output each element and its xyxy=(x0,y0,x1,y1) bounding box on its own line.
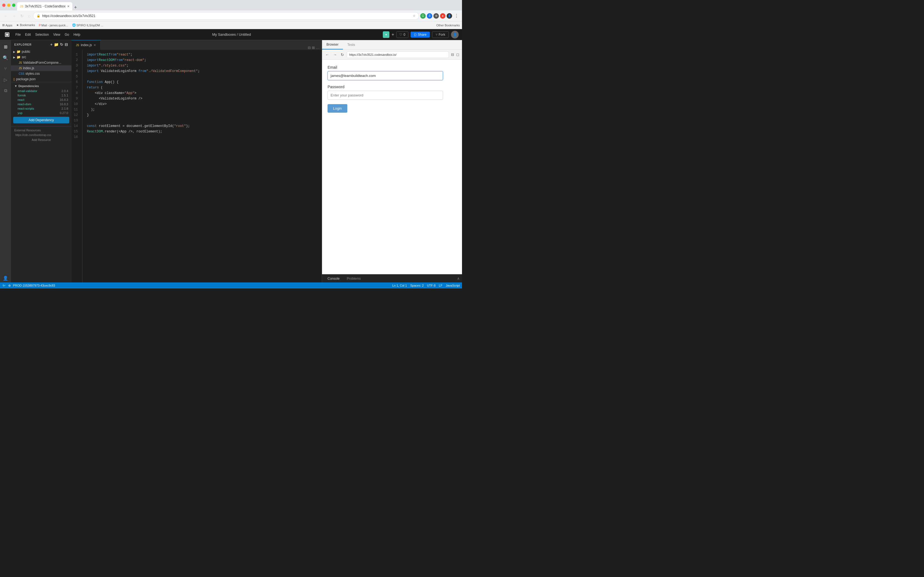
line-number: 4 xyxy=(71,68,80,74)
new-folder-icon[interactable]: 📁 xyxy=(54,42,59,47)
menu-file[interactable]: File xyxy=(15,33,21,37)
package-json-file[interactable]: {} package.json xyxy=(11,76,71,82)
index-js-file[interactable]: JS index.js xyxy=(11,65,71,71)
bookmarks-icon: ★ xyxy=(16,23,19,27)
editor-tab-close-icon[interactable]: ✕ xyxy=(94,44,96,47)
code-line: ReactDOM.render(<App />, rootElement); xyxy=(87,129,322,134)
panel-refresh-button[interactable]: ↻ xyxy=(339,52,345,57)
panel-open-button[interactable]: ◻ xyxy=(456,52,460,57)
dependencies-header[interactable]: ▼ Dependencies xyxy=(11,83,71,89)
dependency-item[interactable]: email-validator2.0.4 xyxy=(11,89,71,93)
menu-view[interactable]: View xyxy=(53,33,60,37)
line-number: 1 xyxy=(71,52,80,57)
activity-debug[interactable]: ▷ xyxy=(1,75,10,84)
spiro-bookmark[interactable]: 🌐 SPIRO ILS/spDM ... xyxy=(72,23,103,27)
split-editor-icon[interactable]: ⊟ xyxy=(308,46,311,50)
panel-address-bar[interactable]: https://3x7vlv3521.codesandbox.io/ xyxy=(347,52,449,58)
styles-css-file[interactable]: CSS styles.css xyxy=(11,71,71,76)
line-number: 10 xyxy=(71,102,80,107)
status-github-icon[interactable]: ⊛ xyxy=(8,284,11,287)
public-folder-item[interactable]: ▶ 📁 public xyxy=(11,49,71,55)
activity-source-control[interactable]: ⑂ xyxy=(1,64,10,73)
panel-copy-button[interactable]: ⊟ xyxy=(451,52,455,57)
browser-tab[interactable]: Browser xyxy=(322,40,343,50)
status-twitter-icon[interactable]: 🐦 xyxy=(2,284,6,287)
new-file-icon[interactable]: + xyxy=(50,42,53,47)
csb-header: File Edit Selection View Go Help My Sand… xyxy=(0,29,462,40)
dep-version: 1.5.1 xyxy=(61,94,68,97)
activity-account[interactable]: 👤 xyxy=(1,274,10,282)
activity-search[interactable]: 🔍 xyxy=(1,53,10,62)
public-folder-label: public xyxy=(22,50,30,53)
layout-icon[interactable]: ⊞ xyxy=(312,46,315,50)
deps-chevron-icon: ▼ xyxy=(14,84,17,88)
sidebar: EXPLORER + 📁 ↻ ⊟ ▶ 📁 public ▶ 📁 xyxy=(11,40,71,282)
refresh-button[interactable]: ↻ xyxy=(19,13,25,19)
status-bar: 🐦 ⊛ PROD-1553897973-43cec9c83 Ln 1, Col … xyxy=(0,282,462,288)
editor-main: ⊞ 🔍 ⑂ ▷ ⧉ 👤 EXPLORER + 📁 ↻ ⊟ ▶ xyxy=(0,40,462,282)
add-resource-button[interactable]: Add Resource xyxy=(11,137,71,143)
more-options-icon[interactable]: ⋮ xyxy=(453,13,460,18)
mail-bookmark[interactable]: P Mail - james.quick... xyxy=(39,24,68,27)
bottom-panel-tabs: Console Problems ∧ xyxy=(322,274,462,282)
tests-tab[interactable]: Tests xyxy=(343,40,359,50)
close-traffic-light[interactable] xyxy=(2,3,5,7)
src-folder-item[interactable]: ▶ 📁 src xyxy=(11,55,71,60)
bookmarks-folder[interactable]: ★ Bookmarks xyxy=(16,23,35,27)
address-bar[interactable]: 🔒 https://codesandbox.io/s/3x7vlv3521 ☆ xyxy=(33,12,419,20)
add-dependency-button[interactable]: Add Dependency xyxy=(13,117,69,123)
panel-collapse-icon[interactable]: ∧ xyxy=(457,276,460,280)
like-button[interactable]: ♡ 0 xyxy=(396,31,409,38)
validated-form-file[interactable]: JS ValidatedFormCompone... xyxy=(11,60,71,65)
panel-back-button[interactable]: ← xyxy=(324,52,330,57)
dep-version: 2.1.8 xyxy=(61,107,68,110)
user-avatar[interactable]: 👤 xyxy=(451,31,459,39)
dependency-item[interactable]: yup0.27.0 xyxy=(11,111,71,115)
activity-extensions[interactable]: ⧉ xyxy=(1,86,10,95)
fork-button[interactable]: ⑂ Fork xyxy=(432,31,449,38)
back-button[interactable]: ← xyxy=(2,13,9,19)
activity-explorer[interactable]: ⊞ xyxy=(1,42,10,51)
tab-close-icon[interactable]: ✕ xyxy=(67,5,69,8)
profile-icon[interactable]: 👤 xyxy=(447,13,452,19)
csb-add-button[interactable]: + xyxy=(392,32,394,37)
home-button[interactable]: ⌂ xyxy=(26,13,32,19)
editor-tab-index-js[interactable]: JS index.js ✕ xyxy=(71,40,101,50)
password-input[interactable] xyxy=(328,91,443,100)
dep-name: react-scripts xyxy=(18,107,34,110)
new-tab-button[interactable]: + xyxy=(72,5,79,10)
menu-edit[interactable]: Edit xyxy=(25,33,31,37)
code-line xyxy=(87,134,322,140)
email-input[interactable] xyxy=(328,71,443,80)
refresh-explorer-icon[interactable]: ↻ xyxy=(60,42,63,47)
line-number: 15 xyxy=(71,129,80,134)
preview-content: Email Password Login xyxy=(322,60,462,274)
collapse-icon[interactable]: ⊟ xyxy=(65,42,68,47)
codesandbox-logo-icon xyxy=(5,32,10,37)
share-icon: ⟨⟩ xyxy=(414,33,417,37)
panel-forward-button[interactable]: → xyxy=(332,52,338,57)
dependency-item[interactable]: react-scripts2.1.8 xyxy=(11,106,71,111)
login-button[interactable]: Login xyxy=(328,104,347,113)
menu-help[interactable]: Help xyxy=(73,33,80,37)
apps-bookmark[interactable]: ⊞ Apps xyxy=(2,23,12,27)
dep-name: react-dom xyxy=(18,103,31,106)
console-tab[interactable]: Console xyxy=(324,274,343,282)
dependency-item[interactable]: react-dom16.8.3 xyxy=(11,102,71,106)
deps-label: Dependencies xyxy=(18,84,39,88)
active-tab[interactable]: JS 3x7vlv3521 - CodeSandbox ✕ xyxy=(17,2,72,10)
other-bookmarks[interactable]: Other Bookmarks xyxy=(436,24,460,27)
problems-tab[interactable]: Problems xyxy=(344,274,364,282)
panel-collapse: ∧ xyxy=(457,276,460,280)
maximize-traffic-light[interactable] xyxy=(12,3,15,7)
js-file-icon: JS xyxy=(20,5,23,8)
minimize-traffic-light[interactable] xyxy=(7,3,10,7)
forward-button[interactable]: → xyxy=(10,13,18,19)
menu-go[interactable]: Go xyxy=(65,33,69,37)
menu-selection[interactable]: Selection xyxy=(35,33,48,37)
more-actions-icon[interactable]: … xyxy=(316,46,320,50)
dependency-item[interactable]: react16.8.3 xyxy=(11,98,71,102)
dep-version: 0.27.0 xyxy=(60,111,68,114)
share-button[interactable]: ⟨⟩ Share xyxy=(410,32,430,38)
dependency-item[interactable]: formik1.5.1 xyxy=(11,93,71,98)
